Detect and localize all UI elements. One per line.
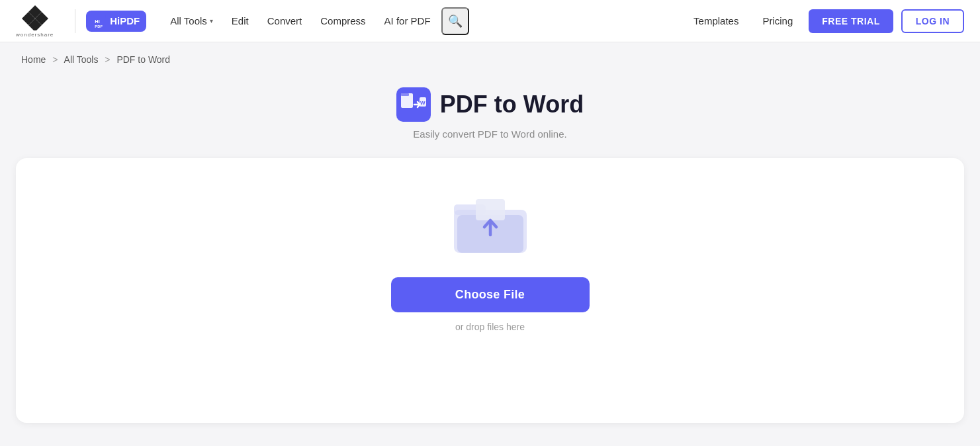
- login-button[interactable]: LOG IN: [901, 9, 964, 33]
- upload-section: Choose File or drop files here: [16, 158, 964, 423]
- wondershare-logo: wondershare: [16, 4, 54, 38]
- hipdf-badge: Hi PDF HiPDF: [86, 11, 146, 32]
- wondershare-logo-icon: [22, 4, 48, 30]
- brand: wondershare: [16, 4, 54, 38]
- navbar: wondershare Hi PDF HiPDF All Tools ▾ Edi…: [0, 0, 980, 42]
- breadcrumb-sep-1: >: [52, 54, 58, 65]
- choose-file-button[interactable]: Choose File: [391, 277, 590, 312]
- svg-text:Hi: Hi: [95, 19, 101, 24]
- nav-all-tools[interactable]: All Tools ▾: [162, 10, 221, 32]
- svg-rect-8: [401, 93, 409, 96]
- chevron-down-icon: ▾: [210, 17, 213, 24]
- upload-icon-area: [451, 190, 530, 259]
- drop-hint: or drop files here: [455, 322, 525, 332]
- free-trial-button[interactable]: FREE TRIAL: [809, 9, 893, 33]
- navbar-right: Templates Pricing FREE TRIAL LOG IN: [686, 9, 964, 33]
- search-button[interactable]: 🔍: [441, 7, 469, 35]
- upload-folder-icon: [451, 190, 530, 256]
- hipdf-icon: Hi PDF: [93, 15, 106, 28]
- svg-text:W: W: [420, 100, 425, 106]
- page-title: PDF to Word: [440, 91, 584, 118]
- breadcrumb: Home > All Tools > PDF to Word: [0, 42, 980, 77]
- search-icon: 🔍: [448, 15, 463, 28]
- svg-text:PDF: PDF: [95, 24, 103, 28]
- breadcrumb-sep-2: >: [105, 54, 110, 65]
- nav-divider: [75, 9, 75, 33]
- page-header-inner: W PDF to Word: [0, 87, 980, 122]
- nav-ai-for-pdf[interactable]: AI for PDF: [377, 10, 439, 32]
- svg-rect-14: [476, 199, 505, 220]
- hipdf-label: HiPDF: [110, 15, 140, 26]
- nav-pricing[interactable]: Pricing: [754, 10, 801, 32]
- page-subtitle: Easily convert PDF to Word online.: [0, 128, 980, 140]
- page-header: W PDF to Word Easily convert PDF to Word…: [0, 77, 980, 158]
- main-content: Home > All Tools > PDF to Word W PDF to …: [0, 42, 980, 423]
- pdf-word-svg: W: [400, 91, 427, 118]
- breadcrumb-all-tools[interactable]: All Tools: [64, 54, 99, 65]
- breadcrumb-current: PDF to Word: [116, 54, 170, 65]
- nav-compress[interactable]: Compress: [312, 10, 373, 32]
- nav-convert[interactable]: Convert: [259, 10, 310, 32]
- nav-links: All Tools ▾ Edit Convert Compress AI for…: [162, 7, 686, 35]
- pdf-word-icon: W: [396, 87, 431, 122]
- wondershare-text: wondershare: [16, 32, 54, 38]
- nav-templates[interactable]: Templates: [686, 10, 746, 32]
- nav-edit[interactable]: Edit: [224, 10, 257, 32]
- breadcrumb-home[interactable]: Home: [21, 54, 46, 65]
